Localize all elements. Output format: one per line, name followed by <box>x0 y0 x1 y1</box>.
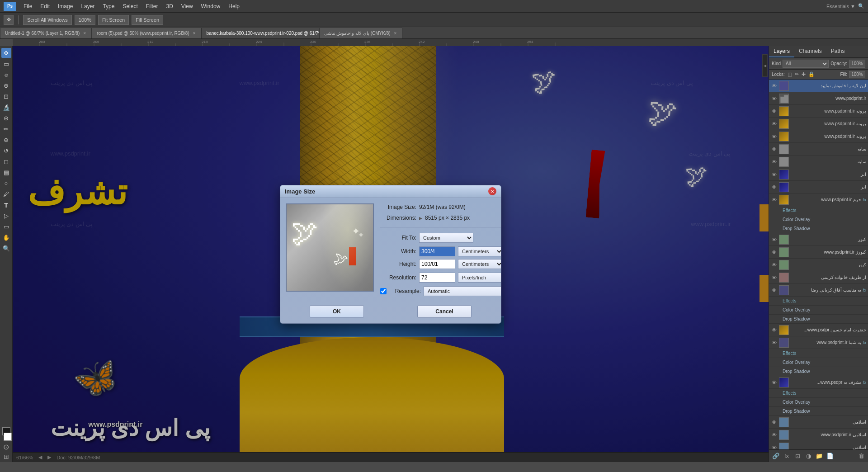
paths-tab[interactable]: Paths <box>826 46 849 57</box>
quick-select-icon[interactable]: ⊕ <box>1 80 11 90</box>
layer-21[interactable]: 👁 حضرت امام حسین www.psdpr... <box>769 324 868 336</box>
kind-select[interactable]: AllPixelAdjustment <box>783 60 829 68</box>
layer-style-button[interactable]: fx <box>783 452 791 460</box>
quick-mask-icon[interactable]: ⊙ <box>3 443 9 451</box>
resolution-input[interactable] <box>419 273 455 283</box>
eye-icon-14[interactable]: 👁 <box>771 250 777 255</box>
crop-icon[interactable]: ⊡ <box>1 91 11 101</box>
lock-all-icon[interactable]: 🔒 <box>808 71 815 77</box>
height-unit-select[interactable]: Centimeters Pixels Inches Millimeters Pe… <box>458 259 501 269</box>
resample-checkbox[interactable] <box>380 288 387 294</box>
eyedropper-icon[interactable]: 🔬 <box>1 102 11 112</box>
tab-4[interactable]: پای لاله واخاموش نباشی (CMYK/8) × <box>319 28 403 38</box>
layer-1[interactable]: 👁 www.psdprint.ir <box>769 92 868 105</box>
layer-30[interactable]: 👁 اسلامی <box>769 416 868 429</box>
layer-7[interactable]: 👁 ابر <box>769 168 868 181</box>
color-overlay-4[interactable]: Color Overlay <box>769 398 868 407</box>
fx-icon-26[interactable]: fx <box>863 380 866 385</box>
layer-active[interactable]: 👁 این لایه را خاموش نمایید <box>769 80 868 92</box>
layer-15[interactable]: 👁 کیور <box>769 259 868 271</box>
drop-shadow-4[interactable]: Drop Shadow <box>769 407 868 416</box>
eraser-icon[interactable]: ◻ <box>1 156 11 166</box>
width-input[interactable] <box>419 246 455 256</box>
dimension-arrow-icon[interactable]: ▸ <box>419 214 422 222</box>
tab-1-close[interactable]: × <box>82 31 87 36</box>
eye-icon-15[interactable]: 👁 <box>771 262 777 268</box>
tab-2[interactable]: room (5).psd @ 50% (www.psdprint.ir, RGB… <box>92 28 202 38</box>
layer-16[interactable]: 👁 از طریف خانواده کریمی <box>769 271 868 284</box>
menu-edit[interactable]: Edit <box>37 2 53 10</box>
opacity-input[interactable] <box>849 60 865 68</box>
layer-32[interactable]: 👁 اسلامی <box>769 441 868 449</box>
layers-list[interactable]: 👁 این لایه را خاموش نمایید 👁 www.psdprin… <box>769 80 868 449</box>
menu-file[interactable]: File <box>20 2 36 10</box>
eye-icon-7[interactable]: 👁 <box>771 172 777 177</box>
eye-icon-26[interactable]: 👁 <box>771 380 777 385</box>
fx-icon-17[interactable]: fx <box>863 288 866 293</box>
ok-button[interactable]: OK <box>310 305 364 318</box>
new-adjustment-button[interactable]: ◑ <box>804 452 812 460</box>
menu-window[interactable]: Window <box>198 2 224 10</box>
eye-icon-30[interactable]: 👁 <box>771 420 777 425</box>
history-icon[interactable]: ↺ <box>1 146 11 156</box>
screen-mode-icon[interactable]: ⊞ <box>4 453 9 460</box>
cancel-button[interactable]: Cancel <box>417 305 472 318</box>
layer-13[interactable]: 👁 کیور <box>769 233 868 246</box>
eye-icon-8[interactable]: 👁 <box>771 184 777 190</box>
path-select-icon[interactable]: ▷ <box>1 211 11 221</box>
eye-icon-4[interactable]: 👁 <box>771 134 777 139</box>
lasso-icon[interactable]: ⌾ <box>1 70 11 80</box>
drop-shadow-3[interactable]: Drop Shadow <box>769 367 868 376</box>
fit-screen-button[interactable]: Fit Screen <box>98 15 129 25</box>
background-color[interactable] <box>4 433 12 441</box>
shape-icon[interactable]: ▭ <box>1 222 11 231</box>
eye-icon-32[interactable]: 👁 <box>771 445 777 450</box>
lock-transparent-icon[interactable]: ◫ <box>788 71 792 77</box>
eye-icon-16[interactable]: 👁 <box>771 275 777 280</box>
move-tool-icon[interactable]: ✥ <box>1 48 11 58</box>
height-input[interactable] <box>419 259 455 269</box>
dodge-icon[interactable]: ○ <box>1 178 11 188</box>
eye-icon-17[interactable]: 👁 <box>771 288 777 293</box>
fit-to-select[interactable]: Custom Original Size Screen <box>419 233 473 243</box>
menu-type[interactable]: Type <box>99 2 118 10</box>
eye-icon-1[interactable]: 👁 <box>771 96 777 101</box>
lock-image-icon[interactable]: ✏ <box>795 71 799 77</box>
width-unit-select[interactable]: Centimeters Pixels Inches Millimeters Pe… <box>458 246 501 256</box>
fill-input[interactable] <box>849 71 865 78</box>
dialog-close-button[interactable]: ✕ <box>488 187 496 195</box>
zoom-button[interactable]: 100% <box>75 15 95 25</box>
tab-1[interactable]: Untitled-1 @ 66/7% (Layer 1, RGB/8) × <box>0 28 92 38</box>
layer-8[interactable]: 👁 ابر <box>769 181 868 194</box>
color-overlay-3[interactable]: Color Overlay <box>769 358 868 367</box>
eye-icon-3[interactable]: 👁 <box>771 121 777 127</box>
layer-22[interactable]: 👁 به شما www.psdprint.ir fx <box>769 336 868 349</box>
layer-26[interactable]: 👁 بشرف به www.psdpr... fx <box>769 376 868 389</box>
delete-layer-button[interactable]: 🗑 <box>857 452 865 460</box>
color-overlay-1[interactable]: Color Overlay <box>769 215 868 224</box>
eye-icon-9[interactable]: 👁 <box>771 197 777 203</box>
drop-shadow-1[interactable]: Drop Shadow <box>769 224 868 233</box>
fx-icon-22[interactable]: fx <box>863 340 866 345</box>
layer-3[interactable]: 👁 پرونه www.psdprint.ir <box>769 118 868 130</box>
resample-select[interactable]: Automatic Preserve Details Bicubic Smoot… <box>424 286 501 296</box>
layer-mask-button[interactable]: ⊡ <box>793 452 802 460</box>
layer-14[interactable]: 👁 کیورز www.psdprint.ir <box>769 246 868 259</box>
layer-link-button[interactable]: 🔗 <box>772 452 780 460</box>
layer-6[interactable]: 👁 سایه <box>769 156 868 168</box>
layer-5[interactable]: 👁 سایه <box>769 143 868 156</box>
brush-icon[interactable]: ✏ <box>1 124 11 134</box>
layer-4[interactable]: 👁 پرونه www.psdprint.ir <box>769 130 868 143</box>
eye-icon-0[interactable]: 👁 <box>771 83 777 89</box>
menu-select[interactable]: Select <box>119 2 141 10</box>
eye-icon-5[interactable]: 👁 <box>771 146 777 152</box>
menu-3d[interactable]: 3D <box>162 2 176 10</box>
layer-9[interactable]: 👁 حرم www.psdprint.ir fx <box>769 194 868 206</box>
select-rect-icon[interactable]: ▭ <box>1 59 11 69</box>
eye-icon-2[interactable]: 👁 <box>771 109 777 114</box>
lock-position-icon[interactable]: ✚ <box>802 71 806 77</box>
layers-tab[interactable]: Layers <box>769 46 794 57</box>
stamp-icon[interactable]: ⊕ <box>1 135 11 145</box>
menu-help[interactable]: Help <box>225 2 243 10</box>
eye-icon-13[interactable]: 👁 <box>771 237 777 242</box>
